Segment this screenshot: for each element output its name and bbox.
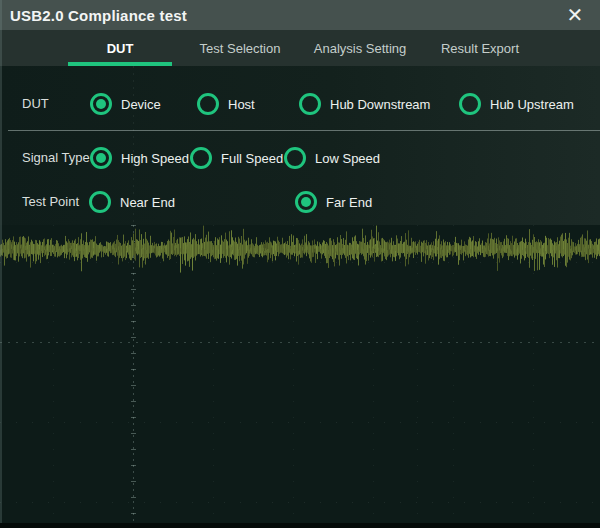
radio-hub-upstream[interactable]: Hub Upstream	[459, 92, 574, 116]
radio-high-speed[interactable]: High Speed	[90, 146, 189, 170]
radio-low-speed[interactable]: Low Speed	[284, 146, 380, 170]
test-point-row-label: Test Point	[22, 190, 79, 214]
scope-display	[0, 225, 600, 523]
radio-hub-downstream[interactable]: Hub Downstream	[299, 92, 430, 116]
radio-hub-downstream-label: Hub Downstream	[330, 97, 430, 112]
dialog-title: USB2.0 Compliance test	[10, 7, 187, 24]
radio-circle	[197, 93, 219, 115]
radio-device[interactable]: Device	[90, 92, 161, 116]
tab-analysis-setting[interactable]: Analysis Setting	[300, 30, 420, 66]
tab-test-selection[interactable]: Test Selection	[180, 30, 300, 66]
radio-near-end-label: Near End	[120, 195, 175, 210]
waveform-canvas	[0, 225, 600, 523]
radio-full-speed-label: Full Speed	[221, 151, 283, 166]
radio-hub-upstream-label: Hub Upstream	[490, 97, 574, 112]
radio-host[interactable]: Host	[197, 92, 255, 116]
radio-high-speed-label: High Speed	[121, 151, 189, 166]
signal-type-row-label: Signal Type	[22, 146, 90, 170]
usb-compliance-dialog: USB2.0 Compliance test ✕ DUT Test Select…	[0, 0, 600, 528]
tab-bar: DUT Test Selection Analysis Setting Resu…	[0, 30, 600, 66]
radio-near-end[interactable]: Near End	[89, 190, 175, 214]
tab-result-export[interactable]: Result Export	[420, 30, 540, 66]
section-divider	[8, 130, 600, 131]
tab-dut-label: DUT	[107, 41, 134, 56]
radio-circle	[284, 147, 306, 169]
radio-low-speed-label: Low Speed	[315, 151, 380, 166]
settings-panel: DUT Device Host Hub Downstream Hub Upstr…	[0, 66, 600, 225]
radio-full-speed[interactable]: Full Speed	[190, 146, 283, 170]
radio-circle	[90, 93, 112, 115]
radio-circle	[459, 93, 481, 115]
radio-circle	[295, 191, 317, 213]
tab-result-export-label: Result Export	[441, 41, 519, 56]
tab-analysis-setting-label: Analysis Setting	[314, 41, 407, 56]
tab-dut[interactable]: DUT	[60, 30, 180, 66]
radio-circle	[299, 93, 321, 115]
bottom-strip	[0, 523, 600, 528]
dut-row-label: DUT	[22, 92, 49, 116]
tab-test-selection-label: Test Selection	[200, 41, 281, 56]
title-bar: USB2.0 Compliance test ✕	[0, 0, 600, 30]
radio-far-end-label: Far End	[326, 195, 372, 210]
radio-circle	[190, 147, 212, 169]
radio-circle	[89, 191, 111, 213]
radio-device-label: Device	[121, 97, 161, 112]
radio-far-end[interactable]: Far End	[295, 190, 372, 214]
radio-host-label: Host	[228, 97, 255, 112]
close-button[interactable]: ✕	[556, 0, 594, 30]
close-icon: ✕	[567, 5, 584, 25]
radio-circle	[90, 147, 112, 169]
